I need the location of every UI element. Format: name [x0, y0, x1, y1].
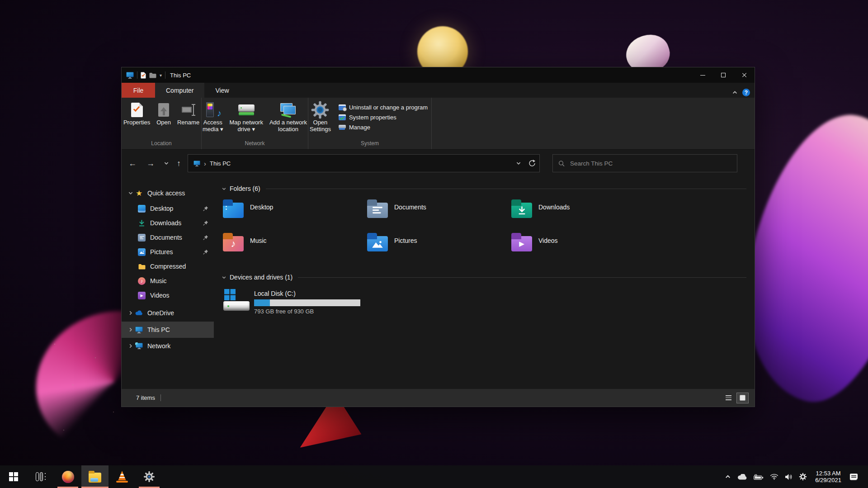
sidebar-item-documents[interactable]: Documents	[122, 230, 214, 245]
taskbar-clock[interactable]: 12:53 AM 6/29/2021	[815, 470, 841, 483]
collapse-ribbon-icon[interactable]	[732, 90, 738, 95]
access-media-button[interactable]: ♪ Access media ▾	[199, 100, 226, 133]
address-dropdown-icon[interactable]	[516, 161, 521, 166]
file-explorer-taskbar-button[interactable]	[81, 465, 108, 488]
taskbar: 12:53 AM 6/29/2021	[0, 465, 868, 488]
this-pc-window-icon	[126, 72, 134, 79]
battery-icon[interactable]	[754, 474, 764, 480]
qat-customize-dropdown-icon[interactable]: ▾	[160, 73, 162, 78]
close-button[interactable]	[734, 67, 755, 83]
sidebar-label: OneDrive	[147, 309, 174, 317]
onedrive-tray-icon[interactable]	[737, 474, 747, 480]
folder-tile-documents[interactable]: Documents	[366, 197, 510, 230]
title-bar[interactable]: ▾ This PC	[122, 67, 755, 83]
task-view-button[interactable]	[27, 465, 54, 488]
details-view-icon	[726, 395, 731, 400]
hidden-icons-chevron[interactable]	[725, 474, 731, 480]
folder-tile-pictures[interactable]: Pictures	[366, 230, 510, 264]
sidebar-label: Quick access	[147, 190, 185, 197]
chevron-down-icon[interactable]	[222, 186, 226, 191]
devices-section-header[interactable]: Devices and drives (1)	[222, 272, 755, 283]
sidebar-label: Compressed	[150, 263, 186, 270]
sidebar-label: Desktop	[150, 205, 173, 212]
sidebar-item-quick-access[interactable]: ★ Quick access	[122, 185, 214, 201]
chevron-down-icon[interactable]	[128, 190, 133, 196]
settings-tray-icon[interactable]	[799, 473, 807, 481]
maximize-button[interactable]	[713, 67, 734, 83]
local-disk-tile[interactable]: Local Disk (C:) 793 GB free of 930 GB	[222, 287, 371, 317]
sidebar-item-network[interactable]: Network	[122, 338, 214, 354]
breadcrumb-path[interactable]: This PC	[210, 160, 231, 167]
action-center-icon[interactable]	[849, 473, 858, 481]
refresh-icon[interactable]	[528, 160, 536, 167]
wallpaper-stars	[54, 344, 55, 345]
sidebar-item-desktop[interactable]: Desktop	[122, 201, 214, 216]
chevron-right-icon[interactable]	[128, 327, 133, 332]
chevron-right-icon[interactable]	[128, 310, 133, 316]
tile-label: Documents	[394, 204, 426, 211]
vlc-taskbar-button[interactable]	[108, 465, 136, 488]
up-button[interactable]: ↑	[177, 159, 181, 167]
desktop-icon	[138, 205, 146, 213]
manage-menu-item[interactable]: Manage	[337, 123, 429, 132]
folder-tile-music[interactable]: ♪ Music	[222, 230, 366, 264]
properties-button[interactable]: Properties	[120, 100, 153, 127]
open-settings-button[interactable]: OpenSettings	[307, 100, 334, 133]
add-network-location-button[interactable]: Add a networklocation	[266, 100, 310, 133]
map-network-drive-button[interactable]: Map network drive ▾	[226, 100, 266, 133]
large-icons-view-button[interactable]	[737, 393, 748, 403]
file-explorer-icon	[89, 473, 101, 483]
details-view-button[interactable]	[723, 393, 734, 403]
sidebar-item-onedrive[interactable]: OneDrive	[122, 304, 214, 322]
tab-file[interactable]: File	[122, 83, 155, 98]
pin-icon	[203, 220, 208, 226]
minimize-button[interactable]	[692, 67, 713, 83]
tab-computer[interactable]: Computer	[155, 83, 204, 98]
recent-locations-button[interactable]	[164, 161, 169, 166]
folder-tile-videos[interactable]: ▶ Videos	[510, 230, 654, 264]
folder-tile-desktop[interactable]: Desktop	[222, 197, 366, 230]
pin-icon	[203, 235, 208, 240]
qat-new-folder-icon[interactable]	[149, 72, 156, 78]
firefox-taskbar-button[interactable]	[54, 465, 81, 488]
address-bar[interactable]: › This PC	[188, 154, 540, 172]
chevron-right-icon[interactable]	[128, 343, 133, 349]
uninstall-program-menu-item[interactable]: Uninstall or change a program	[337, 103, 429, 112]
open-label: Open	[156, 119, 171, 126]
sidebar-label: This PC	[147, 326, 170, 333]
rename-button[interactable]: Rename	[174, 100, 203, 127]
volume-icon[interactable]	[785, 474, 793, 480]
settings-taskbar-button[interactable]	[136, 465, 163, 488]
help-button[interactable]: ?	[742, 89, 750, 96]
back-button[interactable]: ←	[128, 159, 137, 167]
system-properties-menu-item[interactable]: System properties	[337, 113, 429, 122]
folders-section-header[interactable]: Folders (6)	[222, 183, 755, 194]
sidebar-label: Videos	[150, 292, 170, 299]
forward-button[interactable]: →	[146, 159, 155, 167]
chevron-down-icon[interactable]	[222, 275, 226, 280]
music-folder-icon: ♪	[223, 236, 244, 251]
sidebar-item-this-pc[interactable]: This PC	[122, 322, 214, 338]
tab-view[interactable]: View	[204, 83, 240, 98]
tile-label: Desktop	[250, 204, 273, 211]
uninstall-program-icon	[339, 104, 346, 110]
compressed-folder-icon	[138, 263, 146, 270]
window-controls	[692, 67, 755, 83]
open-button[interactable]: Open	[153, 100, 174, 127]
drive-name: Local Disk (C:)	[254, 290, 360, 297]
file-explorer-window: ▾ This PC File Computer View ? Propertie…	[121, 67, 755, 407]
sidebar-item-downloads[interactable]: Downloads	[122, 216, 214, 230]
sidebar-item-videos[interactable]: ▶ Videos	[122, 288, 214, 303]
search-input[interactable]	[570, 160, 731, 167]
wifi-icon[interactable]	[770, 474, 778, 480]
start-button[interactable]	[0, 465, 27, 488]
sidebar-item-music[interactable]: ♪ Music	[122, 274, 214, 288]
properties-icon	[131, 103, 143, 117]
sidebar-item-compressed[interactable]: Compressed	[122, 259, 214, 274]
search-box[interactable]	[552, 154, 737, 172]
files-pane: Folders (6) Desktop Documents Downloads …	[214, 177, 755, 389]
system-properties-icon	[339, 114, 346, 120]
sidebar-item-pictures[interactable]: Pictures	[122, 245, 214, 259]
qat-properties-icon[interactable]	[141, 72, 146, 79]
folder-tile-downloads[interactable]: Downloads	[510, 197, 654, 230]
